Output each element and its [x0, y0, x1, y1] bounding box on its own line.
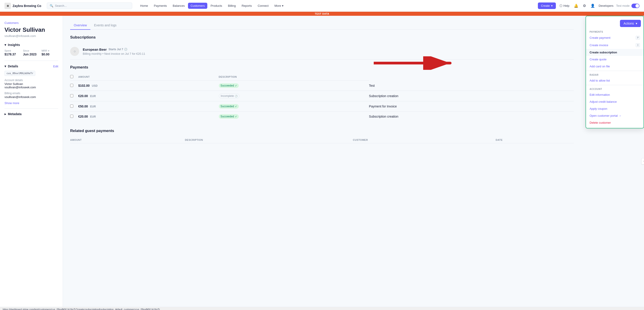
top-nav: ▦ Zaybra Brewing Co 🔍 Search... Home Pay… — [0, 0, 644, 12]
table-row[interactable]: $102.00 USD Succeeded ✓ Test — [70, 81, 574, 91]
check-icon: ✓ — [235, 105, 237, 108]
subscription-name: European Beer Starts Jul 7 🕐 — [83, 48, 574, 51]
breadcrumb[interactable]: Customers — [4, 21, 58, 25]
subscriptions-title: Subscriptions — [70, 35, 574, 40]
payment-description: Test — [369, 81, 574, 91]
customer-name: Victor Sullivan — [4, 26, 58, 33]
nav-balances[interactable]: Balances — [170, 3, 187, 9]
nav-billing[interactable]: Billing — [225, 3, 238, 9]
payment-amount: $102.00 USD — [78, 81, 219, 91]
main-content: Overview Events and logs Subscriptions ○… — [63, 16, 581, 307]
payment-status: Succeeded ✓ — [219, 101, 369, 111]
customer-id[interactable]: cus_09xxlMXLbUXeTr — [4, 71, 35, 76]
payment-description: Subscription creation — [369, 111, 574, 122]
payments-title: Payments — [70, 65, 574, 70]
metadata-header[interactable]: ▸ Metadata — [4, 112, 58, 116]
row-checkbox[interactable] — [70, 84, 73, 87]
dropdown-edit-info[interactable]: Edit information — [586, 91, 644, 98]
payment-amount: €20.00 EUR — [78, 111, 219, 122]
status-badge-success: Succeeded ✓ — [219, 83, 239, 88]
dropdown-create-subscription[interactable]: Create subscription — [586, 49, 644, 56]
dropdown-create-payment[interactable]: Create payment P — [586, 34, 644, 42]
related-guest-title: Related guest payments — [70, 129, 574, 133]
nav-customers[interactable]: Customers — [188, 3, 208, 9]
tab-events-logs[interactable]: Events and logs — [90, 21, 120, 30]
subscription-info: European Beer Starts Jul 7 🕐 Billing mon… — [83, 48, 574, 55]
nav-right: Create ▾ ⓘ Help 🔔 ⚙ 👤 Developers Test mo… — [538, 3, 640, 9]
status-badge-incomplete: Incomplete 🕐 — [219, 93, 240, 98]
dropdown-section-account: ACCOUNT — [586, 86, 644, 91]
test-data-banner: TEST DATA — [0, 12, 644, 16]
search-bar[interactable]: 🔍 Search... — [47, 3, 132, 9]
details-chevron-icon: ▾ — [4, 64, 6, 68]
expand-button[interactable]: + — [641, 158, 644, 165]
payment-amount: €20.00 EUR — [78, 91, 219, 101]
row-checkbox[interactable] — [70, 115, 73, 118]
table-row[interactable]: €20.00 EUR Incomplete 🕐 Subscription cre… — [70, 91, 574, 101]
main-nav: Home Payments Balances Customers Product… — [138, 3, 538, 9]
dropdown-create-quote[interactable]: Create quote — [586, 56, 644, 63]
subscription-detail: Billing monthly • Next invoice on Jul 7 … — [83, 52, 574, 55]
show-more-link[interactable]: Show more — [4, 101, 58, 105]
nav-reports[interactable]: Reports — [239, 3, 254, 9]
status-badge-success: Succeeded ✓ — [219, 114, 239, 119]
select-all-checkbox[interactable] — [70, 75, 73, 78]
payment-status: Succeeded ✓ — [219, 81, 369, 91]
help-button[interactable]: ⓘ Help — [558, 3, 570, 9]
dropdown-adjust-credit[interactable]: Adjust credit balance — [586, 98, 644, 105]
tab-overview[interactable]: Overview — [70, 21, 90, 30]
dropdown-add-card[interactable]: Add card on file — [586, 63, 644, 70]
subscription-icon: ○ — [70, 47, 79, 56]
table-row[interactable]: €20.00 EUR Succeeded ✓ Subscription crea… — [70, 111, 574, 122]
insight-spent: Spent $178.37 — [4, 49, 21, 56]
nav-home[interactable]: Home — [138, 3, 151, 9]
payment-amount: €50.00 EUR — [78, 101, 219, 111]
notifications-button[interactable]: 🔔 — [573, 3, 579, 9]
row-checkbox[interactable] — [70, 104, 73, 108]
actions-button[interactable]: Actions ▾ — [620, 20, 641, 27]
create-button[interactable]: Create ▾ — [538, 3, 556, 9]
search-placeholder: Search... — [55, 4, 67, 8]
dropdown-delete-customer[interactable]: Delete customer — [586, 119, 644, 126]
sidebar: Customers Victor Sullivan vsullivan@info… — [0, 16, 63, 307]
nav-products[interactable]: Products — [208, 3, 225, 9]
page-layout: Customers Victor Sullivan vsullivan@info… — [0, 16, 644, 307]
dropdown-apply-coupon[interactable]: Apply coupon — [586, 105, 644, 112]
brand-logo[interactable]: ▦ Zaybra Brewing Co — [4, 3, 41, 9]
actions-btn-row: Actions ▾ — [586, 18, 644, 29]
guest-header-description: DESCRIPTION — [185, 137, 353, 143]
nav-connect[interactable]: Connect — [255, 3, 271, 9]
shortcut-i: I — [636, 43, 640, 47]
table-header-description: DESCRIPTION — [219, 73, 369, 81]
check-icon: ✓ — [235, 115, 237, 118]
nav-payments[interactable]: Payments — [151, 3, 170, 9]
tabs: Overview Events and logs — [70, 21, 574, 30]
settings-button[interactable]: ⚙ — [582, 3, 587, 9]
details-section-header: ▾ Details Edit — [4, 64, 58, 68]
payment-description: Subscription creation — [369, 91, 574, 101]
metadata-chevron-icon: ▸ — [4, 112, 6, 116]
toggle-knob — [636, 4, 639, 8]
profile-button[interactable]: 👤 — [590, 3, 596, 9]
nav-more[interactable]: More ▾ — [272, 3, 286, 9]
row-checkbox[interactable] — [70, 94, 73, 97]
test-mode-toggle[interactable]: Test mode — [616, 4, 640, 8]
billing-emails: Billing emails vsullivan@infoseek.com — [4, 92, 58, 99]
table-row[interactable]: €50.00 EUR Succeeded ✓ Payment for Invoi… — [70, 101, 574, 111]
subscription-starts: Starts Jul 7 🕐 — [108, 48, 128, 51]
dropdown-allow-list[interactable]: Add to allow list — [586, 77, 644, 84]
toggle-switch[interactable] — [632, 4, 640, 8]
mrr-chevron-icon: ▾ — [48, 50, 49, 52]
guest-header-customer: CUSTOMER — [353, 137, 496, 143]
subscription-card[interactable]: ○ European Beer Starts Jul 7 🕐 Billing m… — [70, 43, 574, 60]
details-toggle[interactable]: ▾ Details — [4, 64, 18, 68]
edit-link[interactable]: Edit — [53, 65, 58, 68]
dropdown-customer-portal[interactable]: Open customer portal → — [586, 112, 644, 119]
insights-header[interactable]: ▾ Insights — [4, 43, 58, 47]
clock-small-icon: 🕐 — [235, 95, 238, 97]
dropdown-create-invoice[interactable]: Create invoice I — [586, 42, 644, 49]
developers-link[interactable]: Developers — [598, 4, 614, 8]
payment-description: Payment for Invoice — [369, 101, 574, 111]
details-content: cus_09xxlMXLbUXeTr Account details Victo… — [4, 71, 58, 105]
payment-status: Incomplete 🕐 — [219, 91, 369, 101]
